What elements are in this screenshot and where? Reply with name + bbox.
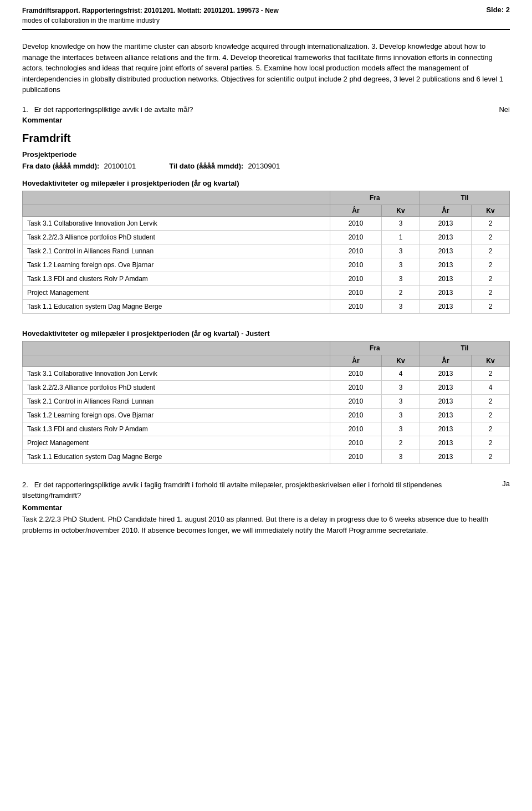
til-kv: 2 (472, 408, 510, 422)
table2-sub-til-kv: Kv (472, 355, 510, 366)
table2-sub-task (23, 355, 330, 366)
fra-kv: 4 (382, 366, 420, 380)
til-kv: 2 (472, 299, 510, 313)
question2-number: 2. (22, 481, 28, 489)
fra-year: 2010 (330, 230, 381, 244)
til-year: 2013 (420, 450, 471, 463)
task-name: Task 1.3 FDI and clusters Rolv P Amdam (23, 422, 330, 436)
til-year: 2013 (420, 394, 471, 408)
task-name: Project Management (23, 436, 330, 450)
header-page-number: Side: 2 (486, 6, 510, 14)
kommentar1-label: Kommentar (22, 116, 510, 124)
til-year: 2013 (420, 408, 471, 422)
table1-section: Hovedaktiviteter og milepæler i prosjekt… (22, 179, 510, 314)
task-name: Task 1.2 Learning foreign ops. Ove Bjarn… (23, 258, 330, 272)
fra-year: 2010 (330, 436, 381, 450)
task-name: Task 2.1 Control in Alliances Randi Lunn… (23, 394, 330, 408)
task-name: Task 1.2 Learning foreign ops. Ove Bjarn… (23, 408, 330, 422)
table1-sub-fra-aar: År (330, 205, 381, 216)
table2-sub-til-aar: År (420, 355, 471, 366)
til-year: 2013 (420, 272, 471, 285)
task-name: Task 2.2/2.3 Alliance portfolios PhD stu… (23, 230, 330, 244)
table2-heading: Hovedaktiviteter og milepæler i prosjekt… (22, 329, 510, 338)
til-year: 2013 (420, 299, 471, 313)
table-row: Project Management 2010 2 2013 2 (23, 436, 510, 450)
til-year: 2013 (420, 422, 471, 436)
table-row: Task 1.2 Learning foreign ops. Ove Bjarn… (23, 258, 510, 272)
table-row: Task 1.1 Education system Dag Magne Berg… (23, 299, 510, 313)
fra-year: 2010 (330, 299, 381, 313)
til-kv: 2 (472, 436, 510, 450)
task-name: Task 2.1 Control in Alliances Randi Lunn… (23, 244, 330, 258)
fra-kv: 3 (382, 216, 420, 230)
table-row: Project Management 2010 2 2013 2 (23, 285, 510, 299)
til-dato-label: Til dato (åååå mmdd): (169, 162, 243, 170)
kommentar2-label: Kommentar (22, 503, 510, 512)
framdrift-heading: Framdrift (22, 132, 510, 145)
prosjektperiode-label: Prosjektperiode (22, 150, 510, 159)
table1-sub-task (23, 205, 330, 216)
table2-section: Hovedaktiviteter og milepæler i prosjekt… (22, 329, 510, 464)
table1-sub-til-kv: Kv (472, 205, 510, 216)
table1-col-fra: Fra (330, 191, 420, 205)
table2-col-fra: Fra (330, 341, 420, 355)
fra-year: 2010 (330, 394, 381, 408)
kommentar2-body: Task 2.2/2.3 PhD Student. PhD Candidate … (22, 514, 510, 537)
table2-subheader-row: År Kv År Kv (23, 355, 510, 366)
til-year: 2013 (420, 216, 471, 230)
til-year: 2013 (420, 436, 471, 450)
fra-kv: 2 (382, 285, 420, 299)
fra-year: 2010 (330, 366, 381, 380)
fra-kv: 3 (382, 394, 420, 408)
table-row: Task 1.3 FDI and clusters Rolv P Amdam 2… (23, 422, 510, 436)
question1-label: Er det rapporteringspliktige avvik i de … (34, 105, 193, 114)
question2-label: Er det rapporteringspliktige avvik i fag… (22, 481, 442, 500)
fra-kv: 3 (382, 380, 420, 394)
table2-col-header-row: Fra Til (23, 341, 510, 355)
table2: Fra Til År Kv År Kv Task 3.1 Collaborati… (22, 341, 510, 464)
til-kv: 2 (472, 258, 510, 272)
table1-subheader-row: År Kv År Kv (23, 205, 510, 216)
til-kv: 2 (472, 394, 510, 408)
til-dato-item: Til dato (åååå mmdd): 20130901 (169, 162, 280, 170)
question1-text: 1. Er det rapporteringspliktige avvik i … (22, 105, 193, 114)
table-row: Task 1.1 Education system Dag Magne Berg… (23, 450, 510, 463)
table1-col-header-row: Fra Til (23, 191, 510, 205)
page-header: Framdriftsrapport. Rapporteringsfrist: 2… (22, 0, 510, 30)
til-year: 2013 (420, 244, 471, 258)
fra-year: 2010 (330, 285, 381, 299)
fra-kv: 3 (382, 244, 420, 258)
task-name: Task 3.1 Collaborative Innovation Jon Le… (23, 366, 330, 380)
til-kv: 2 (472, 366, 510, 380)
til-kv: 2 (472, 230, 510, 244)
header-left: Framdriftsrapport. Rapporteringsfrist: 2… (22, 6, 279, 25)
fra-kv: 3 (382, 258, 420, 272)
til-year: 2013 (420, 366, 471, 380)
question2-section: 2. Er det rapporteringspliktige avvik i … (22, 480, 510, 501)
til-year: 2013 (420, 285, 471, 299)
table-row: Task 1.2 Learning foreign ops. Ove Bjarn… (23, 408, 510, 422)
fra-year: 2010 (330, 258, 381, 272)
task-name: Task 2.2/2.3 Alliance portfolios PhD stu… (23, 380, 330, 394)
fra-year: 2010 (330, 244, 381, 258)
til-kv: 2 (472, 285, 510, 299)
table1-col-task (23, 191, 330, 205)
til-kv: 2 (472, 216, 510, 230)
fra-kv: 3 (382, 299, 420, 313)
til-year: 2013 (420, 258, 471, 272)
table1: Fra Til År Kv År Kv Task 3.1 Collaborati… (22, 191, 510, 314)
task-name: Project Management (23, 285, 330, 299)
table2-col-task (23, 341, 330, 355)
fra-year: 2010 (330, 272, 381, 285)
table2-sub-fra-aar: År (330, 355, 381, 366)
til-kv: 2 (472, 422, 510, 436)
intro-paragraph: Develop knowledge on how the maritime cl… (22, 41, 510, 95)
task-name: Task 1.1 Education system Dag Magne Berg… (23, 450, 330, 463)
table-row: Task 2.1 Control in Alliances Randi Lunn… (23, 394, 510, 408)
fra-til-row: Fra dato (åååå mmdd): 20100101 Til dato … (22, 162, 510, 170)
table-row: Task 1.3 FDI and clusters Rolv P Amdam 2… (23, 272, 510, 285)
fra-kv: 3 (382, 272, 420, 285)
til-year: 2013 (420, 230, 471, 244)
task-name: Task 3.1 Collaborative Innovation Jon Le… (23, 216, 330, 230)
table-row: Task 3.1 Collaborative Innovation Jon Le… (23, 216, 510, 230)
